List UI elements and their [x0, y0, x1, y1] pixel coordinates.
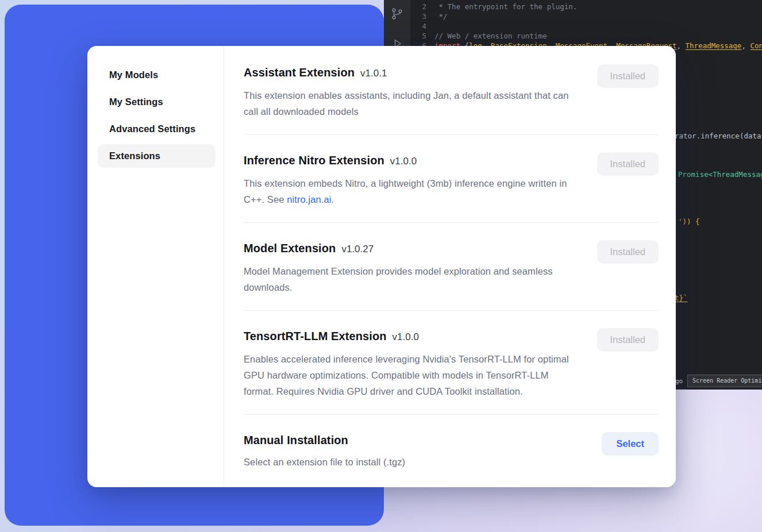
manual-installation-title: Manual Installation	[244, 432, 348, 448]
line-number: 4	[410, 21, 426, 31]
code-line: 3 */	[410, 11, 762, 21]
extension-item: Inference Nitro Extension v1.0.0 This ex…	[244, 135, 659, 223]
extension-heading: Inference Nitro Extension v1.0.0	[244, 152, 576, 169]
code-line: 5 // Web / extension runtime	[410, 31, 762, 41]
code-line: 2 * The entrypoint for the plugin.	[410, 2, 762, 11]
manual-installation-description: Select an extension file to install (.tg…	[244, 454, 405, 470]
extension-heading: Assistant Extension v1.0.1	[244, 64, 576, 82]
extension-info: Assistant Extension v1.0.1 This extensio…	[244, 64, 576, 119]
code-token: // Web / extension runtime	[434, 31, 547, 41]
installed-button[interactable]: Installed	[597, 328, 659, 352]
screen-reader-notice: Screen Reader Optimize	[687, 375, 762, 387]
installed-button[interactable]: Installed	[597, 152, 659, 176]
statusbar-text: go	[675, 377, 683, 385]
extension-info: Model Extension v1.0.27 Model Management…	[244, 240, 576, 295]
extension-description: Enables accelerated inference leveraging…	[244, 351, 576, 399]
extension-heading: Model Extension v1.0.27	[244, 240, 576, 257]
code-token: ,	[677, 41, 686, 51]
code-fragment: Promise<ThreadMessage>	[678, 171, 762, 179]
code-token: * The entrypoint for the plugin.	[434, 2, 577, 11]
extension-item: Assistant Extension v1.0.1 This extensio…	[244, 63, 659, 135]
extension-version: v1.0.27	[341, 241, 374, 257]
code-fragment: ')) {	[678, 218, 700, 226]
extension-name: Assistant Extension	[244, 64, 355, 80]
line-number: 5	[410, 31, 426, 41]
page-background: 2 * The entrypoint for the plugin. 3 */ …	[0, 0, 762, 532]
sidebar-item-my-models[interactable]: My Models	[98, 63, 215, 87]
extension-item: Model Extension v1.0.27 Model Management…	[244, 223, 659, 311]
extension-description: This extension embeds Nitro, a lightweig…	[244, 175, 576, 207]
editor-code-area: 2 * The entrypoint for the plugin. 3 */ …	[410, 2, 762, 51]
extension-version: v1.0.0	[390, 153, 417, 169]
extension-heading: TensortRT-LLM Extension v1.0.0	[244, 328, 576, 345]
extension-info: Manual Installation Select an extension …	[244, 432, 405, 470]
sidebar-item-advanced-settings[interactable]: Advanced Settings	[98, 117, 215, 141]
extension-version: v1.0.0	[392, 329, 419, 345]
line-number: 2	[410, 2, 426, 11]
manual-installation-item: Manual Installation Select an extension …	[244, 415, 659, 485]
code-fragment: rator.inference(data));	[675, 132, 762, 140]
extension-item: TensortRT-LLM Extension v1.0.0 Enables a…	[244, 311, 659, 415]
installed-button[interactable]: Installed	[597, 64, 659, 88]
code-token: ContentType	[750, 41, 762, 51]
sidebar-item-my-settings[interactable]: My Settings	[98, 90, 215, 114]
extension-name: Model Extension	[244, 240, 336, 256]
installed-button[interactable]: Installed	[597, 240, 659, 264]
sidebar-item-extensions[interactable]: Extensions	[98, 144, 215, 168]
select-button[interactable]: Select	[602, 432, 659, 456]
extension-info: Inference Nitro Extension v1.0.0 This ex…	[244, 152, 576, 207]
line-number: 3	[410, 11, 426, 21]
code-token: */	[434, 11, 448, 21]
settings-sidebar: My Models My Settings Advanced Settings …	[87, 46, 224, 487]
extension-description: This extension enables assistants, inclu…	[244, 87, 576, 119]
extension-name: TensortRT-LLM Extension	[244, 328, 387, 344]
settings-modal: My Models My Settings Advanced Settings …	[87, 46, 676, 487]
extension-info: TensortRT-LLM Extension v1.0.0 Enables a…	[244, 328, 576, 399]
nitro-link[interactable]: nitro.jan.ai.	[287, 194, 334, 205]
extension-version: v1.0.1	[360, 65, 387, 82]
extension-description: Model Management Extension provides mode…	[244, 263, 576, 295]
extension-name: Inference Nitro Extension	[244, 152, 384, 168]
extension-heading: Manual Installation	[244, 432, 405, 448]
extensions-list: Assistant Extension v1.0.1 This extensio…	[224, 46, 676, 487]
source-control-icon[interactable]	[390, 7, 404, 21]
code-token: ,	[741, 41, 750, 51]
code-fragment: t}`	[675, 294, 688, 302]
code-line: 4	[410, 21, 762, 31]
code-token: ThreadMessage	[686, 41, 742, 51]
